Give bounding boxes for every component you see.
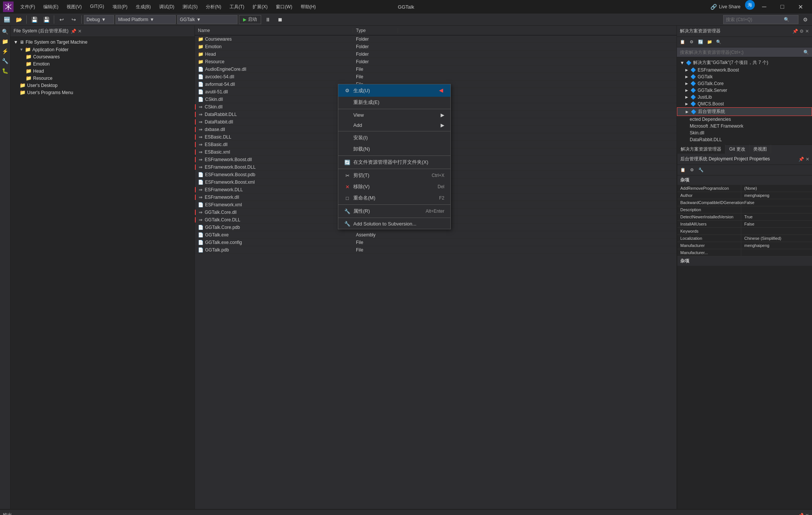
- new-project-btn[interactable]: 🆕: [2, 15, 12, 24]
- close-button[interactable]: ✕: [792, 0, 809, 14]
- sol-close-icon[interactable]: ✕: [805, 29, 809, 34]
- side-icon-1[interactable]: 🔍: [1, 27, 10, 36]
- solution-search-input[interactable]: [680, 50, 802, 55]
- props-wrench-btn[interactable]: 🔧: [697, 166, 705, 174]
- live-share-label[interactable]: Live Share: [719, 4, 741, 9]
- project-dropdown[interactable]: GGTalk ▼: [177, 15, 237, 24]
- minimize-button[interactable]: ─: [756, 0, 773, 14]
- props-sort-btn[interactable]: 📋: [679, 166, 687, 174]
- props-pin-icon[interactable]: 📌: [798, 157, 804, 162]
- panel-pin-icon[interactable]: 📌: [71, 29, 76, 34]
- props-group-btn[interactable]: ⚙: [688, 166, 696, 174]
- sol-sub-dotnet[interactable]: Microsoft .NET Framework: [677, 123, 812, 130]
- menu-build[interactable]: 生成(B): [132, 2, 155, 12]
- list-item[interactable]: 📁Resource Folder: [195, 58, 677, 66]
- sol-item-ggtalk-core[interactable]: ► 🔷 GGTalk.Core: [677, 80, 812, 87]
- sol-toolbar-btn-3[interactable]: 🔄: [696, 38, 705, 46]
- menu-test[interactable]: 测试(S): [179, 2, 201, 12]
- open-btn[interactable]: 📂: [14, 15, 24, 24]
- sol-item-esframework[interactable]: ► 🔷 ESFramework.Boost: [677, 67, 812, 73]
- menu-window[interactable]: 窗口(W): [272, 2, 296, 12]
- props-val[interactable]: True: [741, 213, 812, 220]
- props-val[interactable]: False: [741, 221, 812, 227]
- props-val[interactable]: [741, 228, 812, 235]
- maximize-button[interactable]: □: [774, 0, 791, 14]
- output-pin-icon[interactable]: 📌: [798, 513, 804, 515]
- props-val[interactable]: menghaipeng: [741, 242, 812, 249]
- ctx-add-to-svn[interactable]: 🔧 Add Solution to Subversion...: [338, 219, 450, 229]
- save-btn[interactable]: 💾: [29, 15, 40, 24]
- ctx-rename[interactable]: □ 重命名(M) F2: [338, 192, 450, 204]
- run-button[interactable]: ▶ 启动: [239, 15, 261, 24]
- list-item[interactable]: 📁Head Folder: [195, 50, 677, 58]
- list-item[interactable]: 📄GGTalk.exe.config File: [195, 239, 677, 246]
- tree-item-coursewares[interactable]: 📁 Coursewares: [11, 53, 195, 60]
- side-icon-2[interactable]: 📁: [1, 37, 10, 46]
- sol-tab-class[interactable]: 类视图: [750, 145, 771, 154]
- ctx-install[interactable]: 安装(I): [338, 132, 450, 143]
- tree-item-appfolder[interactable]: ▼ 📁 Application Folder: [11, 46, 195, 53]
- menu-debug[interactable]: 调试(D): [155, 2, 178, 12]
- menu-file[interactable]: 文件(F): [17, 2, 39, 12]
- ctx-uninstall[interactable]: 卸载(N): [338, 143, 450, 155]
- ctx-properties[interactable]: 🔧 属性(R) Alt+Enter: [338, 206, 450, 217]
- props-val[interactable]: [741, 249, 812, 256]
- sol-toolbar-btn-4[interactable]: 📁: [706, 38, 714, 46]
- props-close-icon[interactable]: ✕: [806, 157, 809, 162]
- save-all-btn[interactable]: 💾: [41, 15, 52, 24]
- sol-settings-icon[interactable]: ⚙: [800, 29, 804, 34]
- list-item[interactable]: 📄AudioEngineCore.dll File: [195, 66, 677, 73]
- tree-item-programs[interactable]: 📁 User's Programs Menu: [11, 89, 195, 96]
- menu-analyze[interactable]: 分析(N): [202, 2, 225, 12]
- sol-pin-icon[interactable]: 📌: [792, 29, 798, 34]
- menu-git[interactable]: GIT(G): [86, 2, 108, 12]
- sol-toolbar-btn-2[interactable]: ⚙: [687, 38, 696, 46]
- tree-item-resource[interactable]: 📁 Resource: [11, 75, 195, 82]
- user-avatar[interactable]: 海: [745, 0, 755, 10]
- output-close-icon[interactable]: ✕: [805, 513, 809, 515]
- toolbar-btn-extra2[interactable]: ⏹: [275, 15, 285, 24]
- platform-dropdown[interactable]: Mixed Platform ▼: [116, 15, 176, 24]
- undo-btn[interactable]: ↩: [56, 15, 67, 24]
- props-val[interactable]: [741, 206, 812, 213]
- config-dropdown[interactable]: Debug ▼: [84, 15, 114, 24]
- props-val[interactable]: False: [741, 199, 812, 206]
- ctx-view[interactable]: View ▶: [338, 110, 450, 120]
- search-input[interactable]: [726, 17, 782, 22]
- list-item[interactable]: 📄GGTalk.pdb File: [195, 246, 677, 254]
- panel-close-icon[interactable]: ✕: [78, 29, 82, 34]
- sol-item-backend[interactable]: ► 🔷 后台管理系统: [677, 107, 812, 116]
- tree-item-head[interactable]: 📁 Head: [11, 67, 195, 75]
- side-icon-5[interactable]: 🐛: [1, 66, 10, 75]
- list-item[interactable]: 📄GGTalk.exe Assembly: [195, 231, 677, 239]
- sol-item-justlib[interactable]: ► 🔷 JustLib: [677, 94, 812, 101]
- sol-toolbar-btn-5[interactable]: 🔍: [715, 38, 723, 46]
- menu-tools[interactable]: 工具(T): [226, 2, 248, 12]
- props-val[interactable]: (None): [741, 185, 812, 192]
- props-val[interactable]: Chinese (Simplified): [741, 235, 812, 242]
- ctx-add[interactable]: Add ▶: [338, 120, 450, 130]
- menu-extensions[interactable]: 扩展(X): [249, 2, 271, 12]
- ctx-build[interactable]: ⚙ 生成(U) ◄: [338, 84, 450, 97]
- sol-sub-datarabbit[interactable]: DataRabbit.DLL: [677, 136, 812, 143]
- props-val[interactable]: menghaipeng: [741, 192, 812, 199]
- side-icon-3[interactable]: ⚡: [1, 47, 10, 56]
- sol-tab-git[interactable]: Git 更改: [725, 145, 750, 154]
- tree-item-emotion[interactable]: 📁 Emotion: [11, 60, 195, 67]
- sol-item-ggtalk[interactable]: ► 🔷 GGTalk: [677, 73, 812, 80]
- sol-sub-skin[interactable]: Skin.dll: [677, 130, 812, 136]
- tree-root[interactable]: ▼ 🖥 File System on Target Machine: [11, 38, 195, 46]
- sol-tab-explorer[interactable]: 解决方案资源管理器: [677, 145, 725, 154]
- ctx-remove[interactable]: ✕ 移除(V) Del: [338, 181, 450, 192]
- ctx-cut[interactable]: ✂ 剪切(T) Ctrl+X: [338, 170, 450, 181]
- side-icon-4[interactable]: 🔧: [1, 56, 10, 66]
- ctx-rebuild[interactable]: 重新生成(E): [338, 97, 450, 108]
- tree-item-desktop[interactable]: 📁 User's Desktop: [11, 82, 195, 89]
- menu-project[interactable]: 项目(P): [109, 2, 131, 12]
- menu-edit[interactable]: 编辑(E): [40, 2, 62, 12]
- toolbar-settings[interactable]: ⚙: [800, 15, 810, 24]
- sol-sub-deps[interactable]: ected Dependencies: [677, 116, 812, 123]
- toolbar-btn-extra1[interactable]: ⏸: [263, 15, 273, 24]
- sol-root[interactable]: ▼ 🔷 解决方案"GGTalk"(7 个项目，共 7 个): [677, 59, 812, 67]
- ctx-open-folder[interactable]: 🔄 在文件资源管理器中打开文件夹(X): [338, 157, 450, 168]
